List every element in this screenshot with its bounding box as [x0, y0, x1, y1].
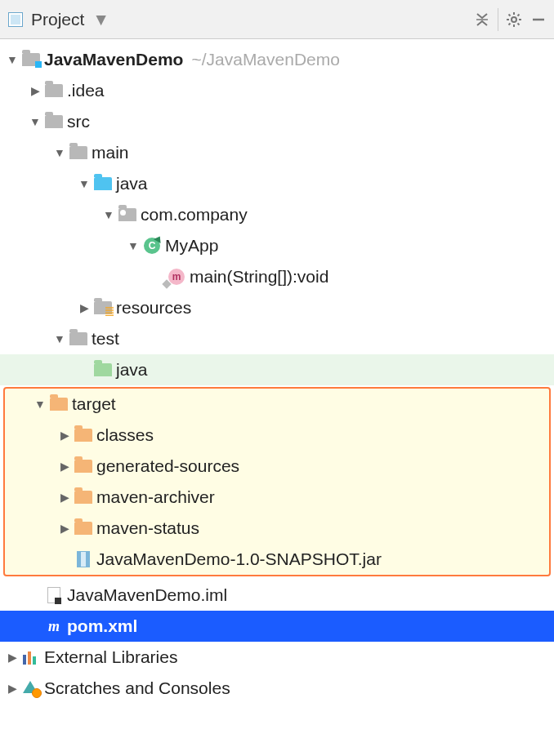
excluded-folder-icon — [74, 457, 93, 475]
chevron-down-icon[interactable]: ▼ — [124, 239, 142, 252]
chevron-down-icon[interactable]: ▼ — [51, 146, 69, 159]
chevron-right-icon[interactable]: ▶ — [3, 651, 21, 664]
svg-line-8 — [509, 23, 511, 24]
tree-row-main[interactable]: ▼ main — [0, 137, 554, 168]
chevron-down-icon[interactable]: ▼ — [31, 398, 49, 411]
tree-row-jar[interactable]: ▶ JavaMavenDemo-1.0-SNAPSHOT.jar — [5, 544, 549, 575]
maven-file-icon: m — [44, 617, 64, 635]
tree-row-root[interactable]: ▼ JavaMavenDemo ~/JavaMavenDemo — [0, 44, 554, 75]
source-folder-icon — [93, 175, 113, 193]
tree-row-maven-status[interactable]: ▶ maven-status — [5, 513, 549, 544]
tree-label: maven-archiver — [96, 487, 215, 507]
chevron-down-icon[interactable]: ▼ — [26, 115, 44, 128]
svg-line-6 — [509, 14, 511, 16]
svg-line-7 — [518, 23, 520, 24]
svg-line-9 — [518, 14, 520, 16]
tree-row-resources[interactable]: ▶ resources — [0, 292, 554, 323]
tree-label: External Libraries — [44, 647, 177, 667]
tree-row-iml[interactable]: ▶ JavaMavenDemo.iml — [0, 580, 554, 611]
tree-row-idea[interactable]: ▶ .idea — [0, 75, 554, 106]
tree-row-class[interactable]: ▼ C MyApp — [0, 230, 554, 261]
tree-row-target[interactable]: ▼ target — [5, 389, 549, 420]
folder-icon — [44, 82, 64, 100]
excluded-folder-icon — [74, 519, 93, 537]
chevron-right-icon[interactable]: ▶ — [56, 491, 74, 504]
toolbar-project: Project ▼ — [0, 0, 554, 39]
resources-folder-icon — [93, 299, 113, 317]
toolbar-title[interactable]: Project — [31, 10, 84, 29]
chevron-down-icon[interactable]: ▼ — [51, 332, 69, 345]
tree-label: JavaMavenDemo — [44, 50, 183, 69]
tree-row-package[interactable]: ▼ com.company — [0, 199, 554, 230]
chevron-right-icon[interactable]: ▶ — [56, 460, 74, 473]
tree-label: maven-status — [96, 518, 199, 538]
tree-row-maven-archiver[interactable]: ▶ maven-archiver — [5, 482, 549, 513]
tree-label: java — [116, 360, 148, 380]
tree-label: target — [72, 394, 116, 414]
module-folder-icon — [21, 51, 41, 69]
folder-icon — [69, 144, 88, 162]
highlighted-target-box: ▼ target ▶ classes ▶ generated-sources ▶… — [3, 387, 551, 576]
scratches-icon — [21, 679, 41, 697]
libraries-icon — [21, 648, 41, 666]
chevron-down-icon[interactable]: ▼ — [3, 53, 21, 66]
chevron-down-icon[interactable]: ▼ — [75, 177, 93, 190]
class-icon: C — [142, 237, 162, 255]
excluded-folder-icon — [49, 395, 69, 413]
tree-row-classes[interactable]: ▶ classes — [5, 420, 549, 451]
collapse-icon[interactable] — [473, 11, 491, 29]
tree-row-java-test[interactable]: ▶ java — [0, 354, 554, 385]
tree-label: com.company — [141, 205, 248, 225]
gear-icon[interactable] — [505, 11, 523, 29]
tree-row-pom[interactable]: ▶ m pom.xml — [0, 611, 554, 642]
excluded-folder-icon — [74, 426, 93, 444]
tree-hint: ~/JavaMavenDemo — [191, 50, 340, 69]
tree-label: test — [92, 329, 119, 349]
chevron-right-icon[interactable]: ▶ — [3, 682, 21, 695]
tree-label: JavaMavenDemo-1.0-SNAPSHOT.jar — [96, 549, 382, 569]
folder-icon — [44, 113, 64, 131]
tree-row-src[interactable]: ▼ src — [0, 106, 554, 137]
svg-point-1 — [512, 17, 516, 22]
tree-row-method[interactable]: ▶ m main(String[]):void — [0, 261, 554, 292]
tree-label: classes — [96, 425, 154, 445]
chevron-right-icon[interactable]: ▶ — [75, 301, 93, 314]
chevron-down-icon[interactable]: ▼ — [100, 208, 118, 221]
excluded-folder-icon — [74, 488, 93, 506]
tree-row-external-libraries[interactable]: ▶ External Libraries — [0, 642, 554, 673]
jar-icon — [74, 550, 93, 568]
tree-row-test[interactable]: ▼ test — [0, 323, 554, 354]
tree-label: src — [67, 112, 90, 131]
method-icon: m — [167, 268, 186, 286]
project-tree: ▼ JavaMavenDemo ~/JavaMavenDemo ▶ .idea … — [0, 39, 554, 704]
iml-file-icon — [44, 586, 64, 604]
dropdown-arrow-icon[interactable]: ▼ — [92, 10, 109, 29]
tree-label: .idea — [67, 81, 105, 100]
tree-label: JavaMavenDemo.iml — [67, 585, 227, 605]
test-folder-icon — [93, 361, 113, 379]
tree-label: Scratches and Consoles — [44, 678, 230, 698]
tree-row-java-main[interactable]: ▼ java — [0, 168, 554, 199]
chevron-right-icon[interactable]: ▶ — [56, 522, 74, 535]
tree-label: main — [92, 143, 129, 162]
tree-row-scratches[interactable]: ▶ Scratches and Consoles — [0, 673, 554, 704]
chevron-right-icon[interactable]: ▶ — [26, 84, 44, 97]
tree-label: resources — [116, 298, 191, 318]
tree-label: pom.xml — [67, 616, 137, 636]
project-view-icon[interactable] — [7, 11, 25, 29]
chevron-right-icon[interactable]: ▶ — [56, 429, 74, 442]
tree-row-generated-sources[interactable]: ▶ generated-sources — [5, 451, 549, 482]
tree-label: generated-sources — [96, 456, 239, 476]
tree-label: java — [116, 174, 148, 193]
tree-label: MyApp — [165, 236, 218, 256]
minimize-icon[interactable] — [529, 11, 547, 29]
tree-label: main(String[]):void — [190, 267, 328, 287]
package-icon — [118, 206, 137, 224]
folder-icon — [69, 330, 88, 348]
